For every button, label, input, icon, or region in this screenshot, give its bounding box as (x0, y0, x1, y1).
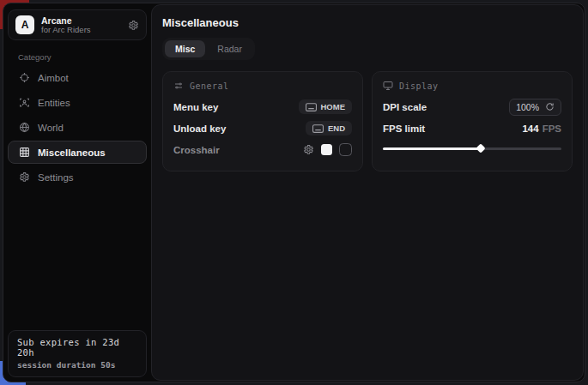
display-card-title: Display (399, 81, 439, 91)
brand-card: A Arcane for Arc Riders (8, 9, 147, 40)
sidebar-item-label: Aimbot (38, 73, 69, 83)
sidebar-item-label: Miscellaneous (38, 147, 106, 158)
fps-limit-slider[interactable] (383, 142, 561, 154)
sidebar-item-settings[interactable]: Settings (8, 165, 147, 189)
dpi-scale-label: DPI scale (383, 102, 427, 112)
dpi-scale-row: DPI scale 100% (383, 96, 561, 117)
sidebar-nav: Aimbot Entities World Miscellaneous (8, 65, 147, 189)
keyboard-icon (312, 124, 324, 133)
general-card: General Menu key HOME Unload key (162, 71, 363, 171)
entities-icon (18, 97, 30, 108)
tab-misc[interactable]: Misc (165, 40, 205, 57)
avatar: A (15, 15, 34, 34)
unload-key-bind-button[interactable]: END (306, 121, 352, 135)
crosshair-checkbox[interactable] (339, 143, 352, 156)
general-card-title: General (190, 81, 229, 91)
sidebar-item-label: World (38, 123, 64, 133)
unload-key-row: Unload key END (173, 117, 352, 139)
sidebar: A Arcane for Arc Riders Category Aimbot (3, 3, 151, 382)
sub-expiry-text: Sub expires in 23d 20h (17, 337, 137, 358)
gear-icon[interactable] (303, 144, 314, 155)
brand-text: Arcane for Arc Riders (41, 15, 121, 35)
session-duration-text: session duration 50s (17, 360, 137, 370)
app-window: A Arcane for Arc Riders Category Aimbot (3, 3, 585, 382)
sidebar-item-entities[interactable]: Entities (8, 91, 147, 114)
category-label: Category (18, 52, 147, 62)
refresh-icon[interactable] (545, 102, 555, 111)
unload-key-value: END (328, 123, 345, 133)
grid-icon (18, 147, 30, 158)
display-card: Display DPI scale 100% FPS limit 144FPS (372, 71, 573, 171)
crosshair-color-swatch[interactable] (321, 144, 332, 155)
gear-icon (18, 171, 30, 183)
sidebar-item-label: Settings (38, 172, 74, 183)
sliders-icon (173, 81, 184, 91)
crosshair-icon (18, 72, 30, 83)
main-panel: Miscellaneous Misc Radar General Menu ke… (151, 4, 584, 381)
tab-radar[interactable]: Radar (207, 40, 252, 57)
fps-limit-value: 144FPS (522, 123, 561, 134)
sidebar-item-world[interactable]: World (8, 116, 147, 139)
menu-key-row: Menu key HOME (173, 96, 352, 117)
page-title: Miscellaneous (162, 16, 573, 29)
slider-thumb[interactable] (476, 143, 486, 153)
dpi-scale-control[interactable]: 100% (509, 99, 561, 116)
app-name: Arcane (41, 15, 121, 26)
cards-row: General Menu key HOME Unload key (162, 71, 573, 171)
unload-key-label: Unload key (173, 123, 226, 134)
keyboard-icon (306, 103, 317, 111)
crosshair-label: Crosshair (173, 145, 220, 155)
subscription-info-card: Sub expires in 23d 20h session duration … (8, 330, 147, 377)
menu-key-label: Menu key (173, 102, 218, 112)
sidebar-item-label: Entities (38, 98, 70, 108)
general-card-header: General (173, 81, 352, 91)
menu-key-value: HOME (321, 102, 346, 111)
gear-icon[interactable] (128, 20, 139, 31)
fps-limit-label: FPS limit (383, 123, 425, 134)
crosshair-controls (303, 143, 352, 156)
monitor-icon (383, 81, 393, 91)
menu-key-bind-button[interactable]: HOME (299, 99, 353, 114)
sidebar-item-aimbot[interactable]: Aimbot (8, 66, 147, 89)
display-card-header: Display (383, 81, 561, 91)
slider-fill (383, 147, 481, 150)
app-subtitle: for Arc Riders (41, 26, 121, 35)
dpi-scale-value: 100% (516, 102, 539, 112)
globe-icon (18, 122, 30, 133)
sidebar-item-miscellaneous[interactable]: Miscellaneous (8, 141, 147, 164)
crosshair-row: Crosshair (173, 139, 352, 160)
tab-bar: Misc Radar (162, 38, 255, 60)
fps-limit-row: FPS limit 144FPS (383, 117, 561, 139)
